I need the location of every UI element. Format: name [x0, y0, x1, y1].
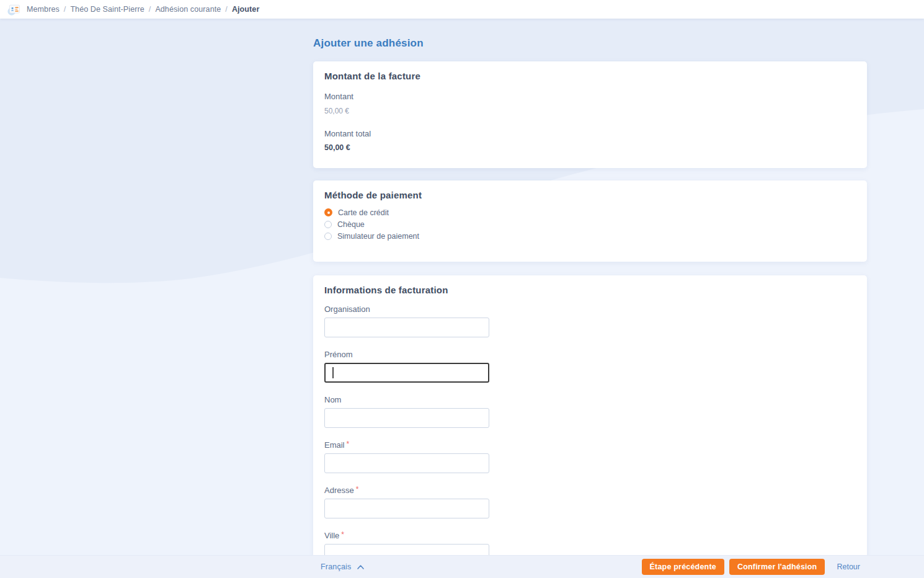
breadcrumb-add: Ajouter [232, 5, 259, 14]
language-label: Français [321, 562, 352, 571]
address-label: Adresse* [324, 486, 856, 495]
first-name-label: Prénom [324, 350, 856, 359]
payment-option-credit-card[interactable]: Carte de crédit [324, 208, 856, 216]
amount-label: Montant [324, 92, 856, 101]
total-amount-value: 50,00 € [324, 143, 856, 152]
last-name-input[interactable] [324, 408, 489, 428]
required-marker: * [341, 530, 344, 539]
language-selector[interactable]: Français [321, 562, 364, 571]
payment-option-check[interactable]: Chèque [324, 220, 856, 228]
email-label: Email* [324, 440, 856, 450]
payment-option-simulator[interactable]: Simulateur de paiement [324, 232, 856, 240]
payment-method-options: Carte de crédit Chèque Simulateur de pai… [324, 208, 856, 240]
previous-step-button[interactable]: Étape précédente [642, 559, 724, 575]
payment-option-label: Chèque [337, 220, 365, 229]
address-input[interactable] [324, 499, 489, 518]
chevron-up-icon [357, 565, 364, 569]
membership-add-page: { "breadcrumb": { "separator": "/", "ite… [0, 0, 924, 578]
breadcrumb-separator: / [149, 5, 151, 14]
top-bar: Membres / Théo De Saint-Pierre / Adhésio… [0, 0, 924, 19]
breadcrumb-members[interactable]: Membres [27, 5, 60, 14]
required-marker: * [347, 440, 350, 448]
email-input[interactable] [324, 453, 489, 473]
confirm-membership-button[interactable]: Confirmer l'adhésion [729, 559, 825, 575]
breadcrumb-separator: / [64, 5, 66, 14]
payment-card-title: Méthode de paiement [324, 190, 856, 200]
total-amount-label: Montant total [324, 129, 856, 138]
radio-selected-icon[interactable] [324, 208, 332, 216]
footer-action-bar: Français Étape précédente Confirmer l'ad… [0, 555, 924, 578]
invoice-amount-card: Montant de la facture Montant 50,00 € Mo… [313, 61, 867, 168]
organisation-input[interactable] [324, 318, 489, 337]
first-name-field [324, 363, 489, 383]
billing-info-card: Informations de facturation Organisation… [313, 275, 867, 567]
back-link[interactable]: Retour [837, 562, 860, 571]
radio-unselected-icon[interactable] [324, 221, 332, 228]
billing-card-title: Informations de facturation [324, 285, 856, 295]
last-name-label: Nom [324, 395, 856, 404]
city-label: Ville* [324, 531, 856, 540]
breadcrumb: Membres / Théo De Saint-Pierre / Adhésio… [27, 5, 259, 14]
required-marker: * [356, 485, 359, 494]
organisation-field [324, 318, 489, 337]
page-title: Ajouter une adhésion [313, 37, 424, 50]
radio-unselected-icon[interactable] [324, 233, 332, 240]
payment-option-label: Carte de crédit [338, 208, 389, 217]
invoice-card-title: Montant de la facture [324, 71, 856, 81]
payment-option-label: Simulateur de paiement [337, 232, 419, 241]
last-name-field [324, 408, 489, 428]
email-field [324, 453, 489, 473]
amount-value: 50,00 € [324, 107, 856, 115]
footer-buttons: Étape précédente Confirmer l'adhésion Re… [642, 559, 860, 575]
breadcrumb-separator: / [225, 5, 228, 14]
payment-method-card: Méthode de paiement Carte de crédit Chèq… [313, 180, 867, 262]
organisation-label: Organisation [324, 305, 856, 314]
breadcrumb-member-name[interactable]: Théo De Saint-Pierre [70, 5, 144, 14]
first-name-input[interactable] [324, 363, 489, 383]
address-field [324, 499, 489, 518]
breadcrumb-current-membership[interactable]: Adhésion courante [155, 5, 221, 14]
membership-card-icon [7, 2, 21, 16]
text-cursor [332, 367, 334, 378]
